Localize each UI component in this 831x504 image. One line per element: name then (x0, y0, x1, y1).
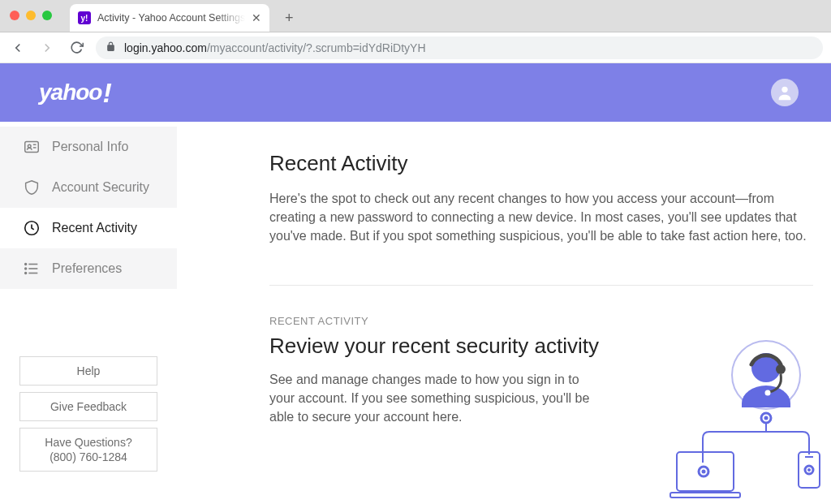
svg-point-2 (28, 144, 31, 148)
sidebar-item-recent-activity[interactable]: Recent Activity (0, 208, 177, 248)
svg-point-24 (807, 468, 811, 472)
browser-tab-strip: y! Activity - Yahoo Account Settings ✕ + (0, 0, 831, 32)
reload-button[interactable] (67, 38, 86, 58)
help-button[interactable]: Help (19, 356, 157, 386)
main-content: Recent Activity Here's the spot to check… (177, 122, 831, 504)
page-description: Here's the spot to check out any recent … (269, 189, 813, 246)
sidebar: Personal Info Account Security Recent Ac… (0, 122, 177, 504)
tab-favicon-icon: y! (78, 11, 91, 24)
svg-point-13 (776, 364, 786, 374)
browser-toolbar: login.yahoo.com/myaccount/activity/?.scr… (0, 32, 831, 63)
sidebar-item-label: Recent Activity (52, 221, 137, 235)
give-feedback-button[interactable]: Give Feedback (19, 392, 157, 421)
tab-title: Activity - Yahoo Account Settings (97, 12, 245, 24)
back-button[interactable] (8, 38, 28, 58)
url-text: login.yahoo.com/myaccount/activity/?.scr… (124, 41, 426, 54)
window-close-button[interactable] (10, 11, 19, 20)
sidebar-item-label: Preferences (52, 261, 122, 276)
address-bar[interactable]: login.yahoo.com/myaccount/activity/?.scr… (96, 37, 823, 59)
forward-button[interactable] (37, 38, 57, 58)
shield-icon (23, 179, 41, 196)
svg-point-10 (25, 268, 27, 269)
devices-illustration (620, 330, 823, 504)
clock-icon (23, 219, 41, 237)
window-controls (10, 11, 52, 20)
window-maximize-button[interactable] (42, 11, 52, 20)
sidebar-item-label: Account Security (52, 180, 149, 195)
app-header: yahoo! (0, 63, 831, 122)
account-avatar-button[interactable] (771, 79, 799, 106)
svg-rect-21 (670, 493, 740, 498)
sidebar-item-label: Personal Info (52, 140, 128, 154)
svg-point-9 (25, 264, 27, 265)
svg-point-0 (781, 87, 787, 93)
svg-point-16 (764, 416, 769, 420)
tab-close-button[interactable]: ✕ (252, 11, 261, 24)
sidebar-item-account-security[interactable]: Account Security (0, 167, 177, 208)
section-eyebrow: RECENT ACTIVITY (269, 315, 813, 327)
new-tab-button[interactable]: + (278, 6, 300, 29)
have-questions-button[interactable]: Have Questions? (800) 760-1284 (19, 428, 157, 472)
id-card-icon (23, 138, 41, 156)
yahoo-logo[interactable]: yahoo! (39, 77, 111, 109)
list-icon (23, 260, 41, 278)
svg-rect-1 (25, 142, 39, 153)
sidebar-item-personal-info[interactable]: Personal Info (0, 127, 177, 167)
svg-point-11 (25, 273, 27, 274)
svg-point-20 (702, 470, 706, 474)
section-description: See and manage changes made to how you s… (269, 370, 594, 427)
section-divider (269, 285, 813, 286)
browser-tab[interactable]: y! Activity - Yahoo Account Settings ✕ (70, 4, 269, 32)
svg-point-14 (765, 390, 771, 396)
sidebar-item-preferences[interactable]: Preferences (0, 248, 177, 289)
lock-icon (105, 41, 116, 54)
window-minimize-button[interactable] (26, 11, 36, 20)
page-title: Recent Activity (269, 151, 813, 176)
sidebar-support-links: Help Give Feedback Have Questions? (800)… (0, 356, 177, 504)
